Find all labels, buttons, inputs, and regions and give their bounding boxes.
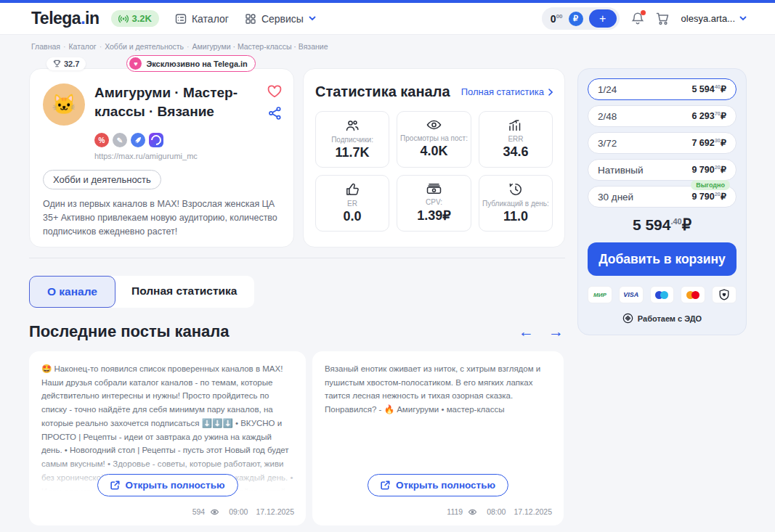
stats-title: Статистика канала (315, 83, 450, 100)
category-chip[interactable]: Хобби и деятельность (43, 170, 161, 189)
post-meta: 1119 08:00 17.12.2025 (447, 507, 552, 516)
pricing-option-native[interactable]: Нативный 9 79020₽ (588, 159, 737, 181)
stat-tile-err: ERR 34.6 (479, 111, 553, 168)
err-icon (508, 119, 522, 131)
cart-button[interactable] (656, 12, 670, 25)
chevron-right-icon (548, 89, 553, 96)
breadcrumb-item[interactable]: Главная (31, 42, 65, 51)
telega-logo[interactable]: Telega.in (31, 9, 100, 28)
share-icon[interactable] (269, 107, 281, 120)
header: Telega.in 3.2K Каталог Сервисы 000 ₽ + o… (0, 3, 775, 35)
breadcrumb: Главная Каталог Хобби и деятельность Ами… (0, 35, 775, 55)
stat-tile-views-per-post: Просмотры на пост: 4.0K (397, 111, 471, 168)
edo-note: Работаем с ЭДО (588, 313, 737, 324)
post-card: 🤩 Наконец-то появился список проверенных… (29, 351, 306, 525)
exclusive-badge: ♥ Эксклюзивно на Telega.in (126, 55, 255, 72)
posts-per-day-icon (509, 183, 522, 196)
pci-shield-icon (712, 286, 737, 303)
heart-icon: ♥ (129, 57, 142, 70)
chevron-down-icon (309, 16, 316, 21)
next-posts-arrow[interactable]: → (548, 323, 564, 340)
channel-card: 🐱 Амигуруми · Мастер-классы · Вязание % … (29, 68, 294, 247)
nav-catalog[interactable]: Каталог (175, 13, 229, 25)
add-funds-button[interactable]: + (589, 9, 617, 28)
user-menu[interactable]: olesya.arta... (681, 13, 747, 24)
pen-icon[interactable]: ✎ (113, 133, 127, 147)
maestro-icon (650, 286, 675, 303)
views-eye-icon (468, 509, 477, 515)
post-date: 17.12.2025 (514, 507, 552, 516)
cart-icon (656, 12, 670, 25)
post-time: 08:00 (487, 507, 506, 516)
post-views: 594 (192, 507, 206, 516)
subscribers-icon (345, 119, 360, 132)
stat-tile-subscribers: Подписчики: 11.7K (315, 111, 389, 168)
pricing-card: 1/24 5 59440₽ 2/48 6 29370₽ 3/72 7 69230… (577, 68, 747, 335)
full-stats-link[interactable]: Полная статистика (461, 86, 553, 97)
mir-icon: МИР (588, 286, 612, 303)
prev-posts-arrow[interactable]: ← (519, 323, 534, 340)
percent-icon[interactable]: % (94, 133, 109, 147)
pricing-option-30-days[interactable]: Выгодно 30 дней 9 79020₽ (588, 186, 737, 208)
post-text: Вязаный енотик оживает из ниток, с хитры… (325, 362, 551, 417)
online-counter-badge: 3.2K (111, 10, 159, 27)
rocket-icon[interactable] (131, 133, 145, 147)
er-icon (346, 183, 360, 196)
breadcrumb-item: Амигуруми · Мастер-классы · Вязание (192, 42, 328, 51)
max-messenger-icon[interactable] (149, 133, 163, 147)
notification-dot (641, 10, 646, 15)
stat-tile-er: ER 0.0 (315, 175, 389, 232)
post-views: 1119 (447, 507, 463, 516)
section-divider (29, 258, 565, 258)
tabs: О канале Полная статистика (29, 276, 565, 308)
channel-stats-card: Статистика канала Полная статистика Подп… (303, 68, 565, 247)
stat-tile-cpv: CPV: 1.39₽ (397, 175, 471, 232)
nav-services[interactable]: Сервисы (245, 13, 316, 25)
notifications-button[interactable] (631, 12, 644, 25)
post-time: 09:00 (229, 507, 248, 516)
balance-amount: 000 (551, 13, 563, 25)
total-price: 5 594.40₽ (588, 216, 737, 234)
catalog-icon (175, 13, 187, 25)
stat-tile-posts-per-day: Публикаций в день: 11.0 (479, 175, 553, 232)
open-full-post-button[interactable]: Открыть полностью (368, 474, 508, 496)
external-link-icon (381, 480, 390, 490)
posts-section-title: Последние посты канала (29, 322, 230, 341)
tab-about-channel[interactable]: О канале (29, 276, 115, 308)
visa-icon: VISA (619, 286, 644, 303)
favorite-heart-icon[interactable] (267, 85, 282, 98)
add-to-cart-button[interactable]: Добавить в корзину (588, 242, 737, 276)
bargain-badge: Выгодно (691, 180, 730, 190)
username: olesya.arta... (681, 13, 735, 24)
pricing-option-1-24[interactable]: 1/24 5 59440₽ (588, 78, 737, 100)
online-count: 3.2K (132, 13, 152, 24)
chevron-down-icon (739, 16, 747, 21)
channel-title: Амигуруми · Мастер-классы · Вязание (94, 83, 243, 126)
post-card: Вязаный енотик оживает из ниток, с хитры… (312, 351, 564, 525)
mastercard-icon (681, 286, 705, 303)
breadcrumb-item[interactable]: Каталог (68, 42, 102, 51)
views-eye-icon (210, 509, 219, 515)
edo-handshake-icon (622, 313, 633, 324)
trophy-icon (53, 60, 61, 67)
tab-full-stats[interactable]: Полная статистика (111, 276, 254, 308)
post-date: 17.12.2025 (256, 507, 294, 516)
balance-widget[interactable]: 000 ₽ + (542, 7, 620, 30)
payment-methods: МИР VISA (588, 286, 737, 303)
broadcast-icon (118, 15, 129, 23)
views-per-post-icon (426, 119, 442, 131)
breadcrumb-item[interactable]: Хобби и деятельность (105, 42, 189, 51)
pricing-option-3-72[interactable]: 3/72 7 69230₽ (588, 132, 737, 154)
channel-social-icons: % ✎ (94, 133, 280, 147)
services-grid-icon (245, 13, 256, 25)
post-meta: 594 09:00 17.12.2025 (192, 507, 294, 516)
channel-description: Один из первых каналов в MAX! Взрослая ж… (43, 197, 280, 238)
channel-avatar: 🐱 (43, 83, 85, 126)
channel-rating-badge: 32.7 (46, 57, 86, 70)
cpv-icon (426, 183, 442, 195)
ruble-icon: ₽ (569, 12, 583, 26)
pricing-option-2-48[interactable]: 2/48 6 29370₽ (588, 105, 737, 127)
channel-url[interactable]: https://max.ru/amigurumi_mc (94, 152, 280, 160)
external-link-icon (110, 480, 119, 490)
open-full-post-button[interactable]: Открыть полностью (97, 474, 238, 496)
